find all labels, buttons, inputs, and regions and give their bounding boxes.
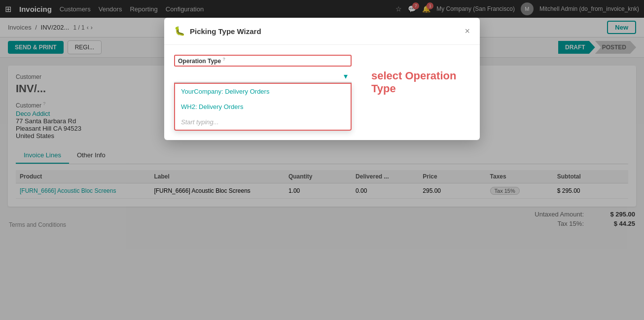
operation-type-select[interactable]: YourCompany: Delivery Orders WH2: Delive… [174, 69, 352, 83]
modal-header: 🐛 Picking Type Wizard × [164, 18, 480, 45]
modal-overlay: 🐛 Picking Type Wizard × Operation Type ?… [0, 0, 644, 320]
operation-type-field: Operation Type ? YourCompany: Delivery O… [174, 55, 352, 83]
picking-type-modal: 🐛 Picking Type Wizard × Operation Type ?… [164, 18, 480, 140]
operation-type-select-container: YourCompany: Delivery Orders WH2: Delive… [174, 69, 352, 83]
bug-icon: 🐛 [174, 26, 185, 36]
modal-close-button[interactable]: × [465, 27, 470, 36]
operation-type-dropdown: YourCompany: Delivery Orders WH2: Delive… [174, 83, 352, 131]
dropdown-item-yourcompany[interactable]: YourCompany: Delivery Orders [175, 84, 351, 99]
dropdown-item-wh2[interactable]: WH2: Delivery Orders [175, 99, 351, 114]
modal-title: Picking Type Wizard [190, 27, 460, 36]
operation-type-label: Operation Type ? [174, 55, 352, 67]
dropdown-placeholder: Start typing... [175, 114, 351, 130]
modal-body: Operation Type ? YourCompany: Delivery O… [164, 45, 480, 105]
select-operation-hint: select Operation Type [371, 70, 470, 95]
